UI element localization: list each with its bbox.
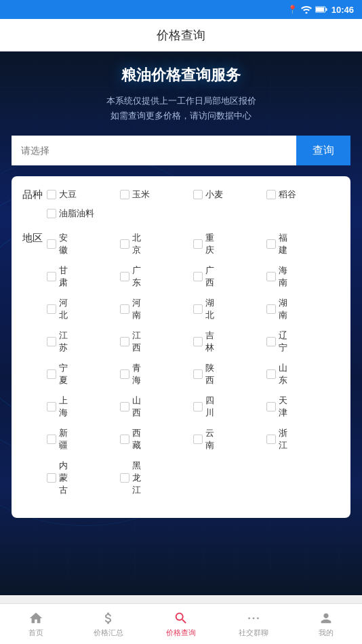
variety-option-oil[interactable]: 油脂油料 — [47, 206, 144, 221]
region-checkbox-liaoning[interactable] — [266, 337, 276, 346]
search-input[interactable] — [12, 136, 296, 165]
variety-label-rice: 稻谷 — [279, 188, 296, 201]
region-checkbox-xizang[interactable] — [120, 435, 129, 444]
nav-item-profile[interactable]: 我的 — [289, 604, 362, 644]
region-label-xinjiang: 新疆 — [59, 427, 68, 451]
region-checkbox-shandong[interactable] — [266, 369, 276, 379]
region-label-jilin: 吉林 — [205, 329, 214, 354]
region-label-guangdong: 广东 — [132, 264, 141, 289]
variety-checkbox-wheat[interactable] — [193, 190, 203, 199]
home-icon — [28, 611, 43, 626]
region-option-xizang[interactable]: 西藏 — [120, 426, 138, 453]
region-option-shanghai[interactable]: 上海 — [47, 393, 65, 420]
variety-label: 品种 — [22, 187, 47, 221]
variety-checkbox-oil[interactable] — [47, 209, 56, 218]
region-checkbox-neimenggu[interactable] — [47, 473, 56, 483]
svg-rect-3 — [325, 8, 327, 11]
variety-checkbox-rice[interactable] — [266, 190, 276, 199]
region-option-hainan[interactable]: 海南 — [266, 263, 285, 290]
region-option-tianjin[interactable]: 天津 — [266, 393, 285, 420]
region-option-gansu[interactable]: 甘肃 — [47, 263, 65, 290]
region-checkbox-jiangxi[interactable] — [120, 337, 129, 346]
region-options: 安徽 北京 重庆 福建 — [47, 230, 340, 498]
region-option-hebei[interactable]: 河北 — [47, 296, 65, 323]
region-checkbox-zhejiang[interactable] — [266, 435, 276, 444]
region-option-qinghai[interactable]: 青海 — [120, 361, 138, 388]
region-checkbox-beijing[interactable] — [120, 239, 129, 249]
region-checkbox-guangxi[interactable] — [193, 272, 203, 281]
variety-option-corn[interactable]: 玉米 — [120, 187, 193, 202]
region-option-guangdong[interactable]: 广东 — [120, 263, 138, 290]
variety-options: 大豆 玉米 小麦 稻谷 — [47, 187, 340, 221]
region-option-hunan[interactable]: 湖南 — [266, 296, 285, 323]
variety-checkbox-soybean[interactable] — [47, 190, 56, 199]
nav-item-home[interactable]: 首页 — [0, 604, 73, 644]
region-checkbox-ningxia[interactable] — [47, 369, 56, 379]
region-checkbox-hubei[interactable] — [193, 304, 203, 314]
region-checkbox-tianjin[interactable] — [266, 402, 276, 411]
search-button[interactable]: 查询 — [296, 136, 350, 165]
region-checkbox-qinghai[interactable] — [120, 369, 129, 379]
region-option-anhui[interactable]: 安徽 — [47, 230, 65, 258]
region-option-beijing[interactable]: 北京 — [120, 230, 138, 258]
region-option-guangxi[interactable]: 广西 — [193, 263, 212, 290]
region-checkbox-xinjiang[interactable] — [47, 435, 56, 444]
region-label-anhui: 安徽 — [59, 232, 68, 256]
region-option-jiangxi[interactable]: 江西 — [120, 328, 138, 355]
region-checkbox-sichuan[interactable] — [193, 402, 203, 411]
region-option-jiangsu[interactable]: 江苏 — [47, 328, 65, 355]
region-option-neimenggu[interactable]: 内蒙古 — [47, 458, 65, 498]
region-option-shanxi[interactable]: 山西 — [120, 393, 138, 420]
region-checkbox-hebei[interactable] — [47, 304, 56, 314]
region-option-liaoning[interactable]: 辽宁 — [266, 328, 285, 355]
region-checkbox-hunan[interactable] — [266, 304, 276, 314]
region-checkbox-guangdong[interactable] — [120, 272, 129, 281]
region-checkbox-yunnan[interactable] — [193, 435, 203, 444]
region-option-xinjiang[interactable]: 新疆 — [47, 426, 65, 453]
nav-item-price-summary[interactable]: 价格汇总 — [73, 604, 145, 644]
region-label-beijing: 北京 — [132, 232, 141, 256]
variety-label-oil: 油脂油料 — [59, 207, 94, 220]
region-checkbox-chongqing[interactable] — [193, 239, 203, 249]
region-checkbox-shanghai[interactable] — [47, 402, 56, 411]
region-checkbox-shaanxi[interactable] — [193, 369, 203, 379]
subtitle-line1: 本系统仅提供上一工作日局部地区报价 — [106, 96, 256, 106]
region-section: 地区 安徽 北京 重庆 福建 — [22, 230, 340, 498]
variety-checkbox-corn[interactable] — [120, 190, 129, 199]
region-checkbox-jilin[interactable] — [193, 337, 203, 346]
region-option-shaanxi[interactable]: 陕西 — [193, 361, 212, 388]
page-title: 价格查询 — [157, 27, 205, 43]
region-option-jilin[interactable]: 吉林 — [193, 328, 212, 355]
region-checkbox-jiangsu[interactable] — [47, 337, 56, 346]
region-checkbox-heilongjiang[interactable] — [120, 473, 129, 483]
region-checkbox-hainan[interactable] — [266, 272, 276, 281]
subtitle-line2: 如需查询更多价格，请访问数据中心 — [110, 110, 252, 121]
nav-item-price-query[interactable]: 价格查询 — [145, 604, 218, 644]
nav-item-social[interactable]: 社交群聊 — [217, 604, 289, 644]
region-option-yunnan[interactable]: 云南 — [193, 426, 212, 453]
region-option-heilongjiang[interactable]: 黑龙江 — [120, 458, 138, 498]
variety-section: 品种 大豆 玉米 小麦 稻谷 — [22, 187, 340, 221]
region-option-sichuan[interactable]: 四川 — [193, 393, 212, 420]
region-label-shandong: 山东 — [279, 362, 287, 386]
variety-option-rice[interactable]: 稻谷 — [266, 187, 340, 202]
region-option-hubei[interactable]: 湖北 — [193, 296, 212, 323]
region-checkbox-gansu[interactable] — [47, 272, 56, 281]
region-checkbox-anhui[interactable] — [47, 239, 56, 249]
region-option-chongqing[interactable]: 重庆 — [193, 230, 212, 258]
region-checkbox-fujian[interactable] — [266, 239, 276, 249]
variety-option-wheat[interactable]: 小麦 — [193, 187, 266, 202]
service-title: 粮油价格查询服务 — [121, 65, 241, 85]
content-area: 粮油价格查询服务 本系统仅提供上一工作日局部地区报价 如需查询更多价格，请访问数… — [0, 52, 362, 525]
region-option-fujian[interactable]: 福建 — [266, 230, 285, 258]
search-bar: 查询 — [12, 136, 350, 165]
region-option-shandong[interactable]: 山东 — [266, 361, 285, 388]
region-label-heilongjiang: 黑龙江 — [132, 460, 141, 496]
region-option-zhejiang[interactable]: 浙江 — [266, 426, 285, 453]
region-checkbox-shanxi[interactable] — [120, 402, 129, 411]
region-option-henan[interactable]: 河南 — [120, 296, 138, 323]
battery-icon — [315, 5, 327, 14]
region-checkbox-henan[interactable] — [120, 304, 129, 314]
variety-option-soybean[interactable]: 大豆 — [47, 187, 120, 202]
region-option-ningxia[interactable]: 宁夏 — [47, 361, 65, 388]
